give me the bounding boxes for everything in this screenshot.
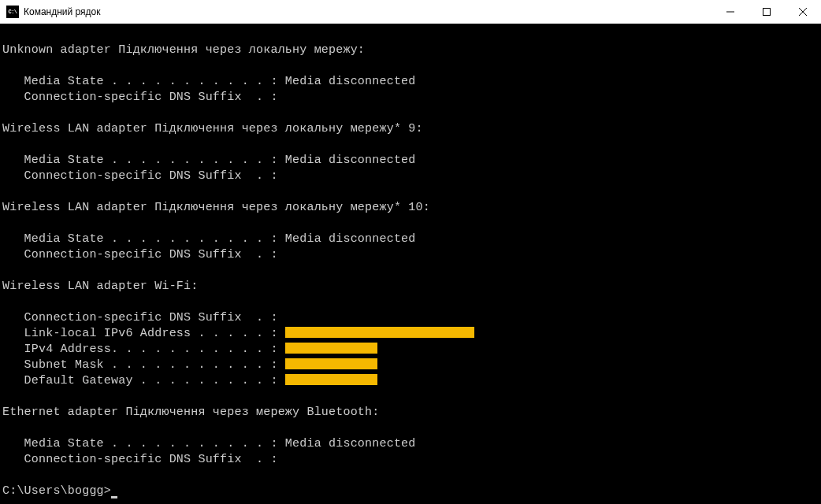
terminal-line xyxy=(2,421,821,436)
terminal-line: Wireless LAN adapter Підключення через л… xyxy=(2,200,821,216)
close-button[interactable] xyxy=(785,0,821,24)
terminal-line: Media State . . . . . . . . . . . : Medi… xyxy=(2,74,821,90)
svg-rect-1 xyxy=(763,9,771,16)
terminal-line: Wireless LAN adapter Wi-Fi: xyxy=(2,279,821,295)
titlebar[interactable]: C:\ Командний рядок xyxy=(0,0,821,24)
terminal-line xyxy=(2,137,821,153)
terminal-line: Media State . . . . . . . . . . . : Medi… xyxy=(2,153,821,169)
terminal-line: Media State . . . . . . . . . . . : Medi… xyxy=(2,436,821,452)
terminal-line xyxy=(2,389,821,405)
redacted-value xyxy=(285,327,474,338)
terminal-output[interactable]: Unknown adapter Підключення через локаль… xyxy=(0,24,821,504)
maximize-button[interactable] xyxy=(749,0,785,24)
terminal-line: Connection-specific DNS Suffix . : xyxy=(2,452,821,468)
terminal-line: Connection-specific DNS Suffix . : xyxy=(2,169,821,184)
terminal-line: Link-local IPv6 Address . . . . . : xyxy=(2,326,821,342)
terminal-line xyxy=(2,27,821,43)
terminal-line: Default Gateway . . . . . . . . . : xyxy=(2,373,821,389)
terminal-line xyxy=(2,263,821,279)
cmd-icon-text: C:\ xyxy=(8,9,17,15)
terminal-line: Connection-specific DNS Suffix . : xyxy=(2,310,821,326)
terminal-line: Connection-specific DNS Suffix . : xyxy=(2,90,821,106)
terminal-line: Ethernet adapter Підключення через мереж… xyxy=(2,405,821,421)
window-title: Командний рядок xyxy=(24,6,101,17)
terminal-line xyxy=(2,184,821,200)
terminal-line: Connection-specific DNS Suffix . : xyxy=(2,247,821,263)
redacted-value xyxy=(285,358,377,369)
terminal-line: Subnet Mask . . . . . . . . . . . : xyxy=(2,358,821,373)
redacted-value xyxy=(285,374,377,385)
terminal-line xyxy=(2,106,821,121)
redacted-value xyxy=(285,343,377,354)
terminal-line xyxy=(2,216,821,232)
terminal-line: IPv4 Address. . . . . . . . . . . : xyxy=(2,342,821,358)
terminal-line xyxy=(2,58,821,74)
terminal-line xyxy=(2,295,821,310)
terminal-line: Unknown adapter Підключення через локаль… xyxy=(2,43,821,58)
cmd-icon: C:\ xyxy=(6,6,19,18)
window-controls xyxy=(712,0,821,24)
terminal-line: Media State . . . . . . . . . . . : Medi… xyxy=(2,232,821,247)
terminal-line: Wireless LAN adapter Підключення через л… xyxy=(2,121,821,137)
terminal-line: C:\Users\boggg> xyxy=(2,484,821,499)
cursor xyxy=(111,496,117,498)
terminal-line xyxy=(2,468,821,484)
minimize-button[interactable] xyxy=(712,0,749,24)
